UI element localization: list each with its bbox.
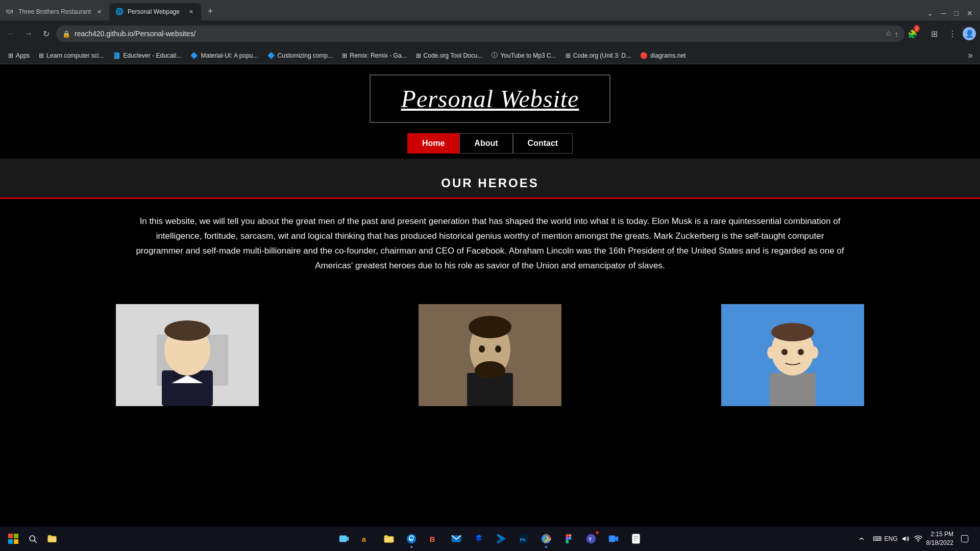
bookmark-apps[interactable]: ⊞ Apps	[4, 50, 34, 61]
hero-image-zuckerberg	[721, 304, 864, 406]
tab-three-brothers[interactable]: 🍽 Three Brothers Restaurant ✕	[0, 3, 109, 20]
extensions-button[interactable]: 🧩 2	[908, 26, 924, 42]
bookmark-youtube-mp3[interactable]: ⓘ YouTube to Mp3 C...	[487, 49, 560, 62]
tab-favicon-2: 🌐	[115, 8, 124, 16]
tab-close-1[interactable]: ✕	[95, 8, 103, 16]
menu-button[interactable]: ⋮	[944, 26, 961, 42]
bookmark-icon-2: 📘	[113, 52, 120, 59]
nav-about[interactable]: About	[459, 133, 512, 154]
description-text: In this website, we will tell you about …	[133, 214, 847, 273]
hero-image-lincoln	[419, 304, 561, 406]
reload-button[interactable]: ↻	[39, 27, 53, 41]
browser-window: 🍽 Three Brothers Restaurant ✕ 🌐 Personal…	[0, 0, 980, 406]
site-navigation: Home About Contact	[407, 133, 573, 154]
share-icon[interactable]: ↑	[895, 30, 899, 38]
zuckerberg-svg	[721, 304, 864, 406]
security-lock-icon: 🔒	[62, 30, 70, 38]
heroes-section-title: OUR HEROES	[0, 169, 980, 197]
svg-point-17	[810, 346, 818, 359]
hero-image-elon	[116, 304, 259, 406]
tab-personal-webpage[interactable]: 🌐 Personal Webpage ✕	[109, 3, 201, 20]
bookmark-icon-5: ⊞	[342, 52, 347, 59]
bookmark-learn-cs[interactable]: ⊞ Learn computer sci...	[35, 50, 108, 61]
tab-favicon-1: 🍽	[6, 8, 14, 16]
bookmark-icon-1: ⊞	[39, 52, 44, 59]
bookmark-label-7: YouTube to Mp3 C...	[500, 52, 556, 59]
tab-bar: 🍽 Three Brothers Restaurant ✕ 🌐 Personal…	[0, 0, 980, 20]
tab-controls: ⌄ ─ □ ✕	[924, 8, 980, 20]
nav-home[interactable]: Home	[407, 133, 459, 154]
puzzle-piece-icon[interactable]: ⊞	[926, 26, 942, 42]
svg-point-15	[771, 323, 814, 341]
site-title: Personal Website	[401, 85, 579, 113]
address-bar: ← → ↻ 🔒 reach420.github.io/Personal-webs…	[0, 20, 980, 47]
bookmark-remix[interactable]: ⊞ Remix: Remix - Ga...	[338, 50, 410, 61]
toolbar-right: 🧩 2 ⊞ ⋮ 👤	[908, 26, 976, 42]
url-bar[interactable]: 🔒 reach420.github.io/Personal-websites/ …	[56, 26, 904, 42]
new-tab-button[interactable]: +	[203, 4, 217, 18]
bookmark-icon-9: 🔴	[640, 52, 648, 59]
extension-badge: 2	[914, 25, 920, 32]
heroes-title-section: OUR HEROES	[0, 159, 980, 199]
site-header: Personal Website Home About Contact	[0, 64, 980, 159]
tab-close-2[interactable]: ✕	[187, 8, 195, 16]
bookmarks-bar: ⊞ Apps ⊞ Learn computer sci... 📘 Educlev…	[0, 47, 980, 64]
heroes-images-section	[0, 289, 980, 406]
bookmark-icon-7: ⓘ	[492, 51, 498, 60]
url-text: reach420.github.io/Personal-websites/	[75, 30, 881, 38]
tab-title-1: Three Brothers Restaurant	[18, 8, 91, 15]
forward-button[interactable]: →	[21, 27, 36, 41]
bookmark-label-2: Educlever - Educati...	[123, 52, 181, 59]
bookmark-educlever[interactable]: 📘 Educlever - Educati...	[109, 50, 185, 61]
bookmark-label-9: diagrams.net	[650, 52, 685, 59]
apps-grid-icon: ⊞	[8, 52, 13, 59]
hero-card-zuckerberg	[706, 304, 879, 406]
star-bookmark-icon[interactable]: ☆	[885, 29, 892, 38]
bookmark-icon-8: ⊞	[566, 52, 571, 59]
bookmark-icon-3: 🔷	[190, 52, 198, 59]
svg-point-4	[164, 320, 210, 341]
bookmark-customizing[interactable]: 🔷 Customizing comp...	[263, 50, 337, 61]
profile-avatar[interactable]: 👤	[963, 27, 976, 40]
bookmark-label-8: Code.org (Unit 3: D...	[573, 52, 631, 59]
bookmark-diagrams[interactable]: 🔴 diagrams.net	[636, 50, 690, 61]
bookmark-label-6: Code.org Tool Docu...	[424, 52, 483, 59]
bookmark-icon-4: 🔷	[267, 52, 275, 59]
bookmark-codeorg-tool[interactable]: ⊞ Code.org Tool Docu...	[412, 50, 487, 61]
bookmark-label-5: Remix: Remix - Ga...	[350, 52, 406, 59]
minimize-button[interactable]: ─	[938, 8, 949, 18]
back-button[interactable]: ←	[4, 27, 18, 41]
bookmark-apps-label: Apps	[16, 52, 30, 59]
svg-point-18	[781, 349, 788, 355]
bookmark-icon-6: ⊞	[416, 52, 421, 59]
svg-rect-13	[770, 373, 816, 406]
bookmark-codeorg-unit[interactable]: ⊞ Code.org (Unit 3: D...	[561, 50, 635, 61]
elon-musk-svg	[116, 304, 259, 406]
svg-point-10	[479, 345, 485, 353]
website-content: Personal Website Home About Contact OUR …	[0, 64, 980, 406]
close-window-button[interactable]: ✕	[964, 8, 976, 18]
description-section: In this website, we will tell you about …	[0, 199, 980, 289]
maximize-button[interactable]: □	[951, 8, 962, 18]
svg-point-16	[767, 346, 775, 359]
site-title-box: Personal Website	[370, 74, 611, 123]
bookmark-label-3: Material-UI: A popu...	[201, 52, 258, 59]
bookmarks-overflow-button[interactable]: »	[965, 49, 976, 62]
url-action-icons: ☆ ↑	[885, 29, 899, 38]
tab-title-2: Personal Webpage	[128, 8, 183, 15]
lincoln-svg	[419, 304, 561, 406]
bookmark-label-1: Learn computer sci...	[46, 52, 104, 59]
tab-search-button[interactable]: ⌄	[924, 8, 936, 18]
svg-point-11	[495, 345, 501, 353]
bookmark-material-ui[interactable]: 🔷 Material-UI: A popu...	[186, 50, 262, 61]
hero-card-lincoln	[403, 304, 577, 406]
svg-point-8	[469, 316, 511, 338]
bookmark-label-4: Customizing comp...	[278, 52, 333, 59]
nav-contact[interactable]: Contact	[513, 133, 573, 154]
hero-card-elon	[101, 304, 274, 406]
svg-point-19	[798, 349, 804, 355]
